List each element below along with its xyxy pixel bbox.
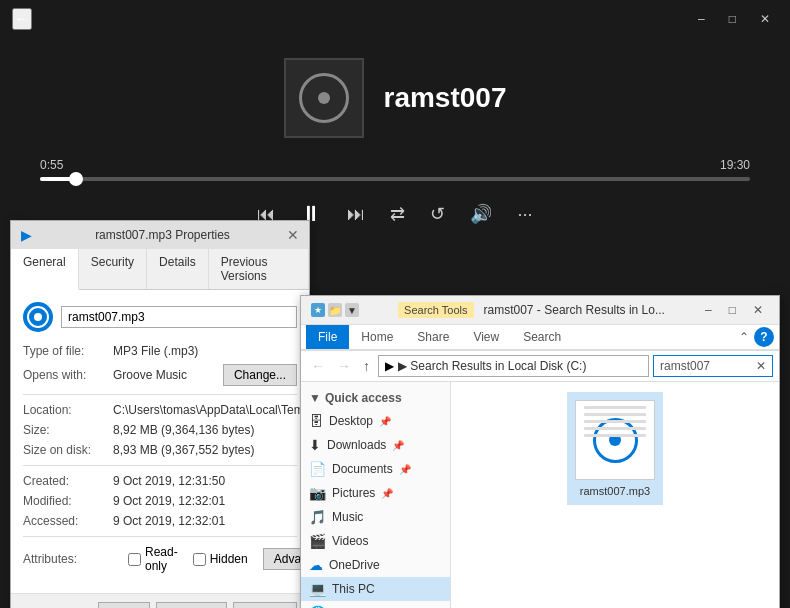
opens-label: Opens with: xyxy=(23,368,113,382)
pin-icon-desktop: 📌 xyxy=(379,416,391,427)
modified-value: 9 Oct 2019, 12:32:01 xyxy=(113,494,297,508)
nav-forward-button[interactable]: → xyxy=(333,356,355,376)
dialog-close-button[interactable]: ✕ xyxy=(287,227,299,243)
this-pc-icon: 💻 xyxy=(309,581,326,597)
maximize-button[interactable]: □ xyxy=(721,10,744,28)
onedrive-icon: ☁ xyxy=(309,557,323,573)
tab-security[interactable]: Security xyxy=(79,249,147,289)
type-row: Type of file: MP3 File (.mp3) xyxy=(23,344,297,358)
sidebar-this-pc-label: This PC xyxy=(332,582,375,596)
opens-row: Opens with: Groove Music Change... xyxy=(23,364,297,386)
address-box[interactable]: ▶ ▶ Search Results in Local Disk (C:) xyxy=(378,355,649,377)
album-art-area: ramst007 xyxy=(284,58,507,138)
explorer-minimize-button[interactable]: – xyxy=(699,301,718,319)
filename-input[interactable] xyxy=(61,306,297,328)
volume-button[interactable]: 🔊 xyxy=(465,198,497,230)
shuffle-button[interactable]: ⇄ xyxy=(385,198,410,230)
explorer-close-button[interactable]: ✕ xyxy=(747,301,769,319)
address-text: ▶ Search Results in Local Disk (C:) xyxy=(398,359,642,373)
next-button[interactable]: ⏭ xyxy=(342,199,370,230)
tab-details[interactable]: Details xyxy=(147,249,209,289)
hidden-checkbox-label[interactable]: Hidden xyxy=(193,552,248,566)
progress-bar[interactable] xyxy=(40,177,750,181)
sidebar-item-onedrive[interactable]: ☁ OneDrive xyxy=(301,553,450,577)
cancel-button[interactable]: Cancel xyxy=(156,602,227,608)
close-button[interactable]: ✕ xyxy=(752,10,778,28)
change-button[interactable]: Change... xyxy=(223,364,297,386)
repeat-button[interactable]: ↺ xyxy=(425,198,450,230)
downloads-icon: ⬇ xyxy=(309,437,321,453)
sidebar-item-downloads[interactable]: ⬇ Downloads 📌 xyxy=(301,433,450,457)
desktop-icon: 🗄 xyxy=(309,413,323,429)
search-box[interactable]: ramst007 ✕ xyxy=(653,355,773,377)
explorer-body: ▼ Quick access 🗄 Desktop 📌 ⬇ Downloads 📌… xyxy=(301,382,779,608)
explorer-title-left: ★ 📁 ▼ xyxy=(311,303,364,317)
sidebar-pictures-label: Pictures xyxy=(332,486,375,500)
readonly-checkbox-label[interactable]: Read-only xyxy=(128,545,178,573)
progress-thumb[interactable] xyxy=(69,172,83,186)
explorer-content: ramst007.mp3 xyxy=(451,382,779,608)
sidebar-documents-label: Documents xyxy=(332,462,393,476)
player-back-button[interactable]: ← xyxy=(12,8,32,30)
song-title: ramst007 xyxy=(384,82,507,114)
nav-back-button[interactable]: ← xyxy=(307,356,329,376)
accessed-label: Accessed: xyxy=(23,514,113,528)
dialog-body: Type of file: MP3 File (.mp3) Opens with… xyxy=(11,290,309,593)
created-label: Created: xyxy=(23,474,113,488)
explorer-ribbon: File Home Share View Search ⌃ ? xyxy=(301,325,779,351)
explorer-window-controls: – □ ✕ xyxy=(699,301,769,319)
explorer-title-text: Search Tools ramst007 - Search Results i… xyxy=(364,303,699,317)
sidebar-onedrive-label: OneDrive xyxy=(329,558,380,572)
ok-button[interactable]: OK xyxy=(98,602,149,608)
quick-access-arrow: ▼ xyxy=(309,391,321,405)
file-item-ramst007[interactable]: ramst007.mp3 xyxy=(567,392,663,505)
dialog-title-icon: ▶ xyxy=(21,227,32,243)
music-icon: 🎵 xyxy=(309,509,326,525)
explorer-maximize-button[interactable]: □ xyxy=(723,301,742,319)
ribbon-chevron-icon[interactable]: ⌃ xyxy=(734,325,754,349)
dropdown-icon[interactable]: ▼ xyxy=(345,303,359,317)
ribbon-tab-file[interactable]: File xyxy=(306,325,349,349)
apply-button[interactable]: Apply xyxy=(233,602,297,608)
dialog-titlebar: ▶ ramst007.mp3 Properties ✕ xyxy=(11,221,309,249)
hidden-checkbox[interactable] xyxy=(193,553,206,566)
type-label: Type of file: xyxy=(23,344,113,358)
sidebar-item-this-pc[interactable]: 💻 This PC xyxy=(301,577,450,601)
properties-dialog: ▶ ramst007.mp3 Properties ✕ General Secu… xyxy=(10,220,310,608)
accessed-row: Accessed: 9 Oct 2019, 12:32:01 xyxy=(23,514,297,528)
size-label: Size: xyxy=(23,423,113,437)
folder-icon: 📁 xyxy=(328,303,342,317)
sidebar-item-desktop[interactable]: 🗄 Desktop 📌 xyxy=(301,409,450,433)
size-value: 8,92 MB (9,364,136 bytes) xyxy=(113,423,297,437)
sidebar-videos-label: Videos xyxy=(332,534,368,548)
minimize-button[interactable]: – xyxy=(690,10,713,28)
sidebar-item-documents[interactable]: 📄 Documents 📌 xyxy=(301,457,450,481)
readonly-checkbox[interactable] xyxy=(128,553,141,566)
ribbon-tab-share[interactable]: Share xyxy=(405,325,461,349)
more-button[interactable]: ··· xyxy=(512,199,537,230)
explorer-title-icons: ★ 📁 ▼ xyxy=(311,303,359,317)
videos-icon: 🎬 xyxy=(309,533,326,549)
sidebar-item-music[interactable]: 🎵 Music xyxy=(301,505,450,529)
pin-icon-documents: 📌 xyxy=(399,464,411,475)
modified-row: Modified: 9 Oct 2019, 12:32:01 xyxy=(23,494,297,508)
sidebar-item-network[interactable]: 🌐 Network xyxy=(301,601,450,608)
search-value: ramst007 xyxy=(660,359,756,373)
help-button[interactable]: ? xyxy=(754,327,774,347)
search-clear-icon[interactable]: ✕ xyxy=(756,359,766,373)
created-value: 9 Oct 2019, 12:31:50 xyxy=(113,474,297,488)
ribbon-tab-home[interactable]: Home xyxy=(349,325,405,349)
dialog-footer: OK Cancel Apply xyxy=(11,593,309,608)
quick-access-label: Quick access xyxy=(325,391,402,405)
size-on-disk-value: 8,93 MB (9,367,552 bytes) xyxy=(113,443,297,457)
ribbon-tab-view[interactable]: View xyxy=(461,325,511,349)
sidebar-item-pictures[interactable]: 📷 Pictures 📌 xyxy=(301,481,450,505)
sidebar-item-videos[interactable]: 🎬 Videos xyxy=(301,529,450,553)
player-titlebar: ← – □ ✕ xyxy=(0,0,790,38)
explorer-addressbar: ← → ↑ ▶ ▶ Search Results in Local Disk (… xyxy=(301,351,779,382)
tab-general[interactable]: General xyxy=(11,249,79,290)
progress-times: 0:55 19:30 xyxy=(40,158,750,172)
nav-up-button[interactable]: ↑ xyxy=(359,356,374,376)
tab-previous-versions[interactable]: Previous Versions xyxy=(209,249,309,289)
ribbon-tab-search[interactable]: Search xyxy=(511,325,573,349)
